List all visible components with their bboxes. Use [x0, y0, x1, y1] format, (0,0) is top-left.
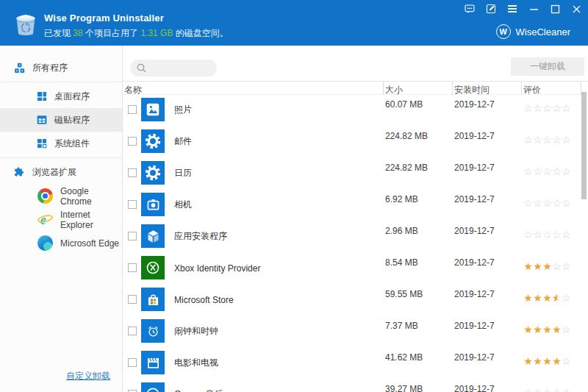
sidebar-item-label: 桌面程序	[54, 90, 90, 103]
program-size: 224.82 MB	[385, 163, 428, 173]
table-row[interactable]: 日历224.82 MB2019-12-7☆☆☆☆☆	[123, 157, 588, 189]
program-size: 2.96 MB	[385, 226, 418, 236]
empty-star-icon: ☆	[552, 229, 562, 240]
ie-icon: e	[37, 211, 54, 228]
one-click-uninstall-button[interactable]: 一键卸载	[511, 57, 584, 76]
program-size: 39.27 MB	[385, 384, 423, 392]
program-name: 电影和电视	[174, 347, 218, 379]
table-row[interactable]: 照片60.07 MB2019-12-7☆☆☆☆☆	[123, 94, 588, 126]
table-row[interactable]: Xbox Identity Provider8.54 MB2019-12-7★★…	[123, 252, 588, 284]
system-components-icon	[35, 138, 48, 150]
sidebar-item-system-components[interactable]: 系统组件	[0, 132, 122, 155]
full-star-icon: ★	[523, 261, 533, 271]
program-name: Microsoft Store	[174, 284, 234, 316]
install-date: 2019-12-7	[454, 194, 495, 204]
tile-apps-icon	[35, 114, 48, 126]
row-checkbox[interactable]	[128, 358, 137, 367]
row-checkbox[interactable]	[128, 327, 137, 335]
row-checkbox[interactable]	[128, 105, 137, 114]
rating-stars: ★★★☆★☆	[523, 293, 571, 303]
app-installer-app-icon	[141, 224, 165, 248]
maximize-icon[interactable]	[550, 4, 560, 14]
row-checkbox[interactable]	[128, 168, 137, 177]
register-edit-icon[interactable]	[486, 4, 496, 14]
table-row[interactable]: 电影和电视41.62 MB2019-12-7★★★★☆	[123, 347, 588, 379]
close-icon[interactable]	[571, 4, 581, 14]
table-row[interactable]: 闹钟和时钟7.37 MB2019-12-7★★★★☆	[123, 316, 588, 347]
empty-star-icon: ☆	[533, 229, 542, 240]
sidebar-item-all-programs[interactable]: 所有程序	[0, 56, 122, 79]
row-checkbox[interactable]	[128, 137, 137, 146]
sidebar-item-label: 磁贴程序	[54, 114, 90, 126]
empty-star-icon: ☆	[562, 166, 571, 177]
puzzle-icon	[13, 166, 26, 179]
feedback-icon[interactable]	[465, 4, 475, 14]
empty-star-icon: ☆	[533, 198, 542, 208]
sidebar-item-desktop-apps[interactable]: 桌面程序	[0, 85, 122, 108]
search-box[interactable]	[130, 60, 217, 76]
sidebar-item-label: Google Chrome	[60, 186, 122, 207]
full-star-icon: ★	[552, 324, 562, 335]
program-size: 59.55 MB	[385, 289, 423, 299]
column-divider	[452, 82, 453, 95]
sidebar-item-ie[interactable]: eInternet Explorer	[0, 208, 122, 231]
minimize-icon[interactable]	[528, 4, 539, 14]
movies-app-icon	[141, 351, 165, 374]
column-divider	[521, 82, 522, 95]
app-header: Wise Program Uninstaller 已发现 38 个项目占用了 1…	[0, 0, 588, 46]
row-checkbox[interactable]	[128, 200, 137, 209]
program-name: 应用安装程序	[174, 221, 227, 252]
sidebar-item-puzzle[interactable]: 浏览器扩展	[0, 160, 122, 184]
half-star-icon: ☆★	[552, 293, 562, 303]
gear-app-icon	[141, 129, 165, 153]
table-header-top-divider	[123, 81, 588, 82]
sidebar-item-tile-apps[interactable]: 磁贴程序	[0, 108, 122, 132]
table-row[interactable]: 邮件224.82 MB2019-12-7☆☆☆☆☆	[123, 126, 588, 157]
sidebar-divider	[0, 82, 122, 82]
search-icon	[137, 63, 146, 73]
program-name: 相机	[174, 189, 192, 221]
scrollbar-thumb[interactable]	[581, 92, 587, 199]
store-app-icon	[141, 288, 165, 311]
scan-summary: 已发现 38 个项目占用了 1.31 GB 的磁盘空间。	[44, 27, 229, 40]
empty-star-icon: ☆	[562, 356, 571, 366]
empty-star-icon: ☆	[542, 135, 552, 145]
empty-star-icon: ☆	[562, 261, 571, 271]
rating-stars: ★★★☆☆	[523, 261, 571, 271]
menu-icon[interactable]	[507, 4, 517, 14]
program-list-panel: 一键卸载 名称 大小 安装时间 评价 照片60.07 MB2019-12-7☆☆…	[123, 46, 588, 392]
table-row[interactable]: Groove 音乐39.27 MB2019-12-7☆☆☆☆☆	[123, 379, 588, 392]
install-date: 2019-12-7	[454, 163, 495, 173]
table-row[interactable]: 应用安装程序2.96 MB2019-12-7☆☆☆☆☆	[123, 221, 588, 252]
empty-star-icon: ☆	[552, 388, 562, 392]
custom-uninstall-link[interactable]: 自定义卸载	[66, 370, 110, 382]
full-star-icon: ★	[533, 293, 542, 303]
full-star-icon: ★	[533, 261, 542, 271]
program-name: 邮件	[174, 126, 192, 157]
row-checkbox[interactable]	[128, 263, 137, 272]
install-date: 2019-12-7	[454, 226, 495, 236]
program-size: 8.54 MB	[385, 257, 418, 268]
install-date: 2019-12-7	[454, 99, 495, 110]
sidebar-divider	[0, 157, 122, 158]
sidebar-item-edge[interactable]: Microsoft Edge	[0, 232, 122, 254]
wisecleaner-brand[interactable]: W WiseCleaner	[496, 24, 570, 39]
row-checkbox[interactable]	[128, 295, 137, 304]
sidebar-item-label: 系统组件	[54, 138, 90, 150]
program-size: 60.07 MB	[385, 99, 423, 110]
table-row[interactable]: Microsoft Store59.55 MB2019-12-7★★★☆★☆	[123, 284, 588, 316]
photos-app-icon	[141, 98, 165, 121]
full-star-icon: ★	[533, 324, 542, 335]
empty-star-icon: ☆	[562, 388, 571, 392]
sidebar-item-chrome[interactable]: Google Chrome	[0, 185, 122, 207]
program-size: 41.62 MB	[385, 352, 423, 363]
camera-app-icon	[141, 193, 165, 216]
sidebar-item-label: 所有程序	[32, 62, 68, 74]
empty-star-icon: ☆	[523, 229, 533, 240]
full-star-icon: ★	[523, 324, 533, 335]
wisecleaner-label: WiseCleaner	[516, 26, 570, 38]
row-checkbox[interactable]	[128, 232, 137, 240]
search-input[interactable]	[150, 63, 213, 74]
table-row[interactable]: 相机6.92 MB2019-12-7☆☆☆☆☆	[123, 189, 588, 221]
empty-star-icon: ☆	[552, 135, 562, 145]
